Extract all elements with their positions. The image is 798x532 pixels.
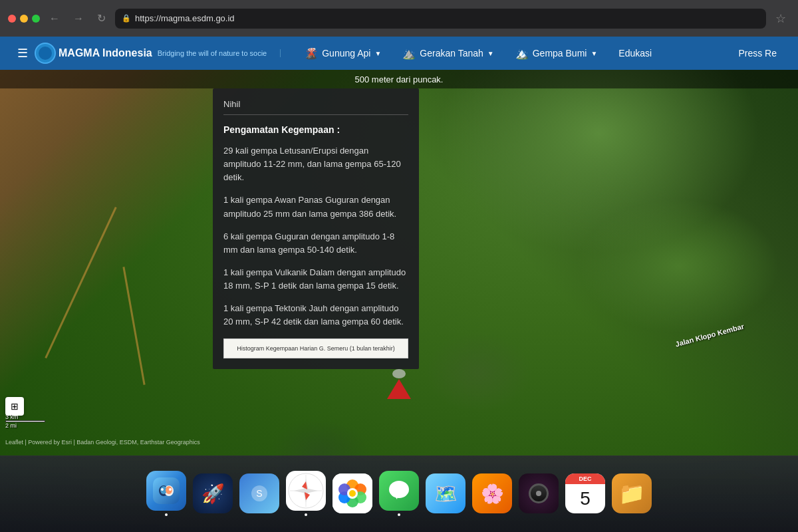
forward-button[interactable]: → bbox=[69, 11, 88, 26]
info-panel: Nihil Pengamatan Kegempaan : 29 kali gem… bbox=[213, 88, 419, 369]
dock-item-messages[interactable] bbox=[379, 471, 419, 516]
seismic-histogram-chart[interactable]: Histogram Kegempaan Harian G. Semeru (1 … bbox=[223, 338, 408, 358]
nav-item-gerakan-tanah[interactable]: ⛰️ Gerakan Tanah ▼ bbox=[392, 37, 504, 70]
nav-label-gunung-api: Gunung Api bbox=[322, 48, 370, 59]
dock-item-safari[interactable] bbox=[286, 471, 326, 516]
nav-label-gempa-bumi: Gempa Bumi bbox=[533, 48, 587, 59]
finder-icon bbox=[146, 471, 186, 511]
url-text: https://magma.esdm.go.id bbox=[135, 13, 235, 23]
scale-label-mi: 2 mi bbox=[5, 422, 45, 429]
earthquake-nav-icon: 🏔️ bbox=[515, 47, 529, 60]
panel-divider bbox=[223, 114, 408, 115]
finder-active-dot bbox=[165, 513, 168, 516]
photos2-icon: 🌸 bbox=[472, 473, 512, 513]
scale-label-km: 3 km bbox=[5, 414, 45, 420]
chevron-down-icon-2: ▼ bbox=[487, 50, 494, 57]
dock-item-photos2[interactable]: 🌸 bbox=[472, 473, 512, 513]
music-icon bbox=[519, 473, 559, 513]
map-scale: 3 km 2 mi bbox=[5, 414, 45, 429]
top-strip-text: 500 meter dari puncak. bbox=[355, 74, 444, 84]
nav-item-gunung-api[interactable]: 🌋 Gunung Api ▼ bbox=[294, 37, 392, 70]
address-bar[interactable]: 🔒 https://magma.esdm.go.id bbox=[115, 9, 766, 29]
svg-point-5 bbox=[161, 488, 164, 491]
folder-icon: 📁 bbox=[612, 473, 652, 513]
dock-item-siri[interactable]: S bbox=[239, 473, 279, 513]
seismic-para-5: 1 kali gempa Tektonik Jauh dengan amplit… bbox=[223, 302, 408, 329]
nav-label-edukasi: Edukasi bbox=[618, 48, 652, 59]
site-title: MAGMA Indonesia bbox=[59, 47, 152, 59]
map-layers-button[interactable]: ⊞ bbox=[5, 397, 24, 416]
seismic-para-3: 6 kali gempa Guguran dengan amplitudo 1-… bbox=[223, 230, 408, 257]
navbar: ☰ MAGMA Indonesia Bridging the will of n… bbox=[0, 37, 798, 70]
maximize-window-button[interactable] bbox=[32, 15, 40, 23]
hamburger-menu-button[interactable]: ☰ bbox=[11, 46, 35, 61]
safari-icon bbox=[286, 471, 326, 511]
dock-item-launchpad[interactable]: 🚀 bbox=[193, 473, 233, 513]
seismic-para-4: 1 kali gempa Vulkanik Dalam dengan ampli… bbox=[223, 266, 408, 293]
volcano-nav-icon: 🌋 bbox=[305, 47, 318, 60]
volcano-triangle bbox=[387, 379, 411, 399]
messages-active-dot bbox=[398, 513, 400, 516]
browser-chrome: ← → ↻ 🔒 https://magma.esdm.go.id ☆ bbox=[0, 0, 798, 37]
nav-item-gempa-bumi[interactable]: 🏔️ Gempa Bumi ▼ bbox=[505, 37, 608, 70]
safari-active-dot bbox=[305, 513, 307, 516]
calendar-icon: DEC 5 bbox=[565, 473, 605, 513]
nav-item-press-release[interactable]: Press Re bbox=[728, 37, 787, 70]
chart-label: Histogram Kegempaan Harian G. Semeru (1 … bbox=[237, 345, 395, 352]
seismic-para-2: 1 kali gempa Awan Panas Guguran dengan a… bbox=[223, 194, 408, 220]
dock-item-calendar[interactable]: DEC 5 bbox=[565, 473, 605, 513]
volcano-marker bbox=[387, 379, 411, 399]
dock-item-photos[interactable] bbox=[332, 473, 372, 513]
chevron-down-icon-1: ▼ bbox=[374, 50, 381, 57]
volcano-smoke bbox=[392, 369, 406, 378]
bookmark-button[interactable]: ☆ bbox=[771, 10, 790, 27]
site-subtitle: Bridging the will of nature to socie bbox=[158, 49, 281, 57]
nav-item-edukasi[interactable]: Edukasi bbox=[608, 37, 662, 70]
siri-icon: S bbox=[239, 473, 279, 513]
dock-item-folder[interactable]: 📁 bbox=[612, 473, 652, 513]
dock-item-finder[interactable] bbox=[146, 471, 186, 516]
maps-icon: 🗺️ bbox=[426, 473, 466, 513]
calendar-month: DEC bbox=[565, 473, 605, 484]
seismic-section-title: Pengamatan Kegempaan : bbox=[223, 124, 408, 135]
dock-item-maps[interactable]: 🗺️ bbox=[426, 473, 466, 513]
close-window-button[interactable] bbox=[8, 15, 16, 23]
seismic-para-1: 29 kali gempa Letusan/Erupsi dengan ampl… bbox=[223, 144, 408, 184]
calendar-date-number: 5 bbox=[565, 484, 605, 513]
nav-logo-inner bbox=[39, 47, 52, 60]
back-button[interactable]: ← bbox=[45, 11, 64, 26]
mountain-nav-icon: ⛰️ bbox=[402, 47, 416, 60]
photos-icon bbox=[332, 473, 372, 513]
refresh-button[interactable]: ↻ bbox=[93, 11, 110, 26]
launchpad-icon: 🚀 bbox=[193, 473, 233, 513]
map-attribution: Leaflet | Powered by Esri | Badan Geolog… bbox=[5, 439, 200, 446]
security-icon: 🔒 bbox=[122, 14, 131, 23]
nav-label-press: Press Re bbox=[738, 48, 777, 59]
window-controls bbox=[8, 15, 40, 23]
dock-item-music[interactable] bbox=[519, 473, 559, 513]
minimize-window-button[interactable] bbox=[20, 15, 28, 23]
chevron-down-icon-3: ▼ bbox=[591, 50, 597, 57]
svg-point-23 bbox=[349, 490, 356, 497]
messages-icon bbox=[379, 471, 419, 511]
nav-label-gerakan-tanah: Gerakan Tanah bbox=[420, 48, 483, 59]
top-content-strip: 500 meter dari puncak. bbox=[0, 70, 798, 88]
nihil-label: Nihil bbox=[223, 99, 408, 109]
svg-point-6 bbox=[169, 488, 172, 491]
nav-logo bbox=[35, 43, 56, 64]
svg-point-24 bbox=[389, 481, 409, 498]
dock: 🚀 S bbox=[0, 456, 798, 532]
